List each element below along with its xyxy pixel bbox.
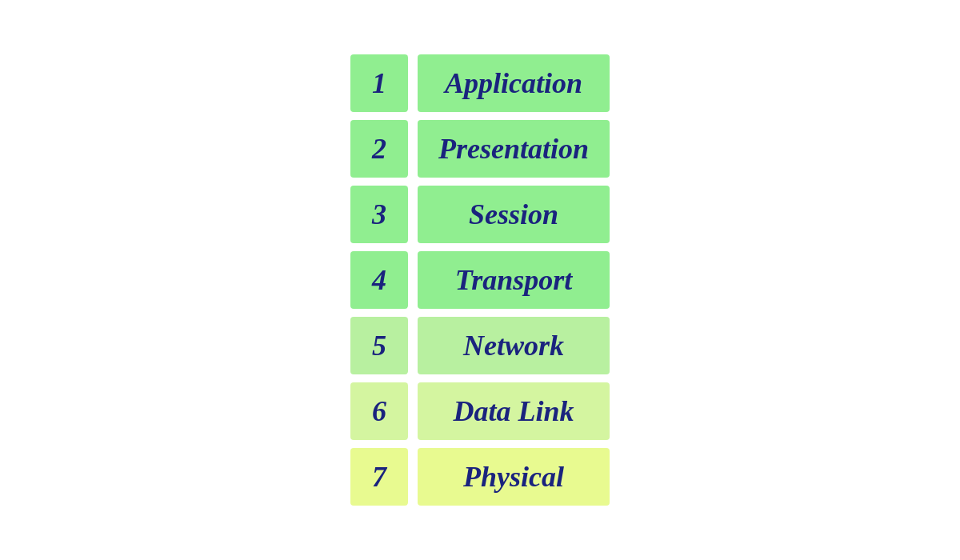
layer-row-6: 6Data Link <box>350 382 610 440</box>
layer-number-3: 3 <box>350 186 408 243</box>
layer-row-4: 4Transport <box>350 251 610 309</box>
layer-number-7: 7 <box>350 448 408 506</box>
layer-number-2: 2 <box>350 120 408 178</box>
osi-model-list: 1Application2Presentation3Session4Transp… <box>350 54 610 506</box>
layer-row-1: 1Application <box>350 54 610 112</box>
layer-number-1: 1 <box>350 54 408 112</box>
layer-label-1: Application <box>418 54 610 112</box>
layer-label-7: Physical <box>418 448 610 506</box>
layer-number-5: 5 <box>350 317 408 374</box>
layer-label-4: Transport <box>418 251 610 309</box>
layer-number-4: 4 <box>350 251 408 309</box>
layer-label-2: Presentation <box>418 120 610 178</box>
layer-row-7: 7Physical <box>350 448 610 506</box>
layer-row-3: 3Session <box>350 186 610 243</box>
layer-label-6: Data Link <box>418 382 610 440</box>
layer-row-5: 5Network <box>350 317 610 374</box>
layer-number-6: 6 <box>350 382 408 440</box>
layer-label-5: Network <box>418 317 610 374</box>
layer-row-2: 2Presentation <box>350 120 610 178</box>
layer-label-3: Session <box>418 186 610 243</box>
